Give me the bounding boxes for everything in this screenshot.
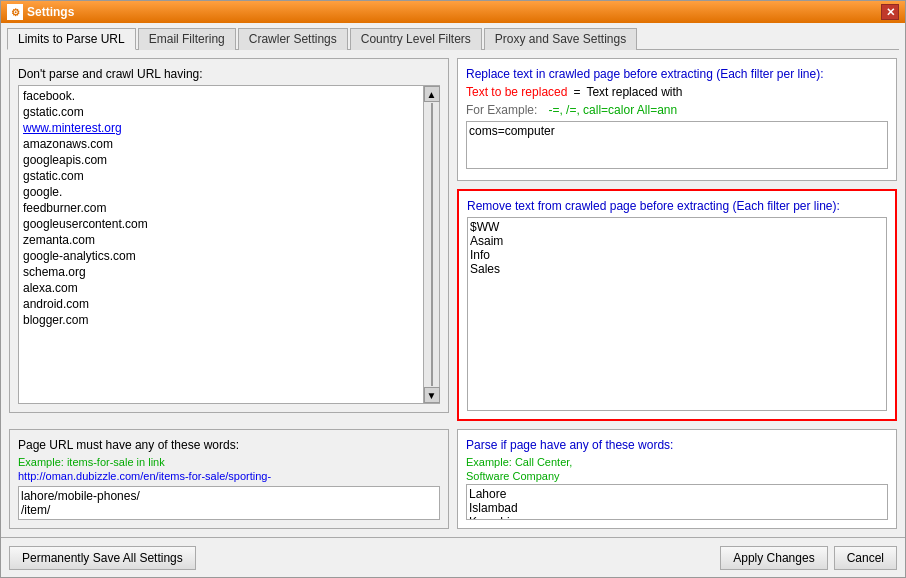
url-list[interactable]: facebook. gstatic.com www.minterest.org … — [19, 86, 423, 403]
lower-left: Page URL must have any of these words: E… — [9, 429, 449, 529]
parse-example2: Software Company — [466, 470, 888, 482]
lower-right: Parse if page have any of these words: E… — [457, 429, 897, 529]
parse-example1: Example: Call Center, — [466, 456, 888, 468]
tab-limits-parse-url[interactable]: Limits to Parse URL — [7, 28, 136, 50]
close-button[interactable]: ✕ — [881, 4, 899, 20]
tab-crawler-settings[interactable]: Crawler Settings — [238, 28, 348, 50]
right-buttons: Apply Changes Cancel — [720, 546, 897, 570]
list-item: blogger.com — [21, 312, 421, 328]
scroll-thumb[interactable] — [431, 103, 433, 386]
parse-input[interactable]: Lahore Islambad Karachi Mobile Phone — [466, 484, 888, 520]
page-url-example1: Example: items-for-sale in link — [18, 456, 440, 468]
list-item: gstatic.com — [21, 168, 421, 184]
tab-proxy-save-settings[interactable]: Proxy and Save Settings — [484, 28, 637, 50]
lower-row: Page URL must have any of these words: E… — [9, 429, 897, 529]
list-item: gstatic.com — [21, 104, 421, 120]
tab-country-level-filters[interactable]: Country Level Filters — [350, 28, 482, 50]
replace-legend: Text to be replaced = Text replaced with — [466, 85, 888, 99]
title-bar: ⚙ Settings ✕ — [1, 1, 905, 23]
page-url-section: Page URL must have any of these words: E… — [9, 429, 449, 529]
save-button-container: Permanently Save All Settings — [9, 546, 196, 570]
list-item: facebook. — [21, 88, 421, 104]
list-item: alexa.com — [21, 280, 421, 296]
dont-parse-label: Don't parse and crawl URL having: — [18, 67, 440, 81]
parse-section: Parse if page have any of these words: E… — [457, 429, 897, 529]
replace-for-example: For Example: — [466, 103, 537, 117]
list-item: googleusercontent.com — [21, 216, 421, 232]
main-content: Don't parse and crawl URL having: facebo… — [1, 50, 905, 537]
bottom-bar: Permanently Save All Settings Apply Chan… — [1, 537, 905, 577]
remove-section: Remove text from crawled page before ext… — [457, 189, 897, 421]
url-list-scrollbar[interactable]: ▲ ▼ — [423, 86, 439, 403]
replace-text-label: Text to be replaced — [466, 85, 567, 99]
save-button[interactable]: Permanently Save All Settings — [9, 546, 196, 570]
replace-equals: = — [573, 85, 580, 99]
remove-header: Remove text from crawled page before ext… — [467, 199, 887, 213]
parse-header: Parse if page have any of these words: — [466, 438, 888, 452]
remove-input[interactable]: $WW Asaim Info Sales — [467, 217, 887, 411]
cancel-button[interactable]: Cancel — [834, 546, 897, 570]
page-url-example2: http://oman.dubizzle.com/en/items-for-sa… — [18, 470, 440, 482]
list-item: google-analytics.com — [21, 248, 421, 264]
replace-example-row: For Example: -=, /=, call=calor All=ann — [466, 103, 888, 117]
list-item: google. — [21, 184, 421, 200]
settings-window: ⚙ Settings ✕ Limits to Parse URL Email F… — [0, 0, 906, 578]
dont-parse-section: Don't parse and crawl URL having: facebo… — [9, 58, 449, 413]
apply-button[interactable]: Apply Changes — [720, 546, 827, 570]
left-panel: Don't parse and crawl URL having: facebo… — [9, 58, 449, 421]
list-item: feedburner.com — [21, 200, 421, 216]
replace-header: Replace text in crawled page before extr… — [466, 67, 888, 81]
app-icon: ⚙ — [7, 4, 23, 20]
scroll-up-arrow[interactable]: ▲ — [424, 86, 440, 102]
list-item: zemanta.com — [21, 232, 421, 248]
window-title: Settings — [27, 5, 881, 19]
list-item: schema.org — [21, 264, 421, 280]
list-item: www.minterest.org — [21, 120, 421, 136]
right-panel: Replace text in crawled page before extr… — [457, 58, 897, 421]
upper-row: Don't parse and crawl URL having: facebo… — [9, 58, 897, 421]
page-url-input[interactable]: lahore/mobile-phones/ /item/ — [18, 486, 440, 520]
list-item: amazonaws.com — [21, 136, 421, 152]
url-list-container: facebook. gstatic.com www.minterest.org … — [18, 85, 440, 404]
scroll-down-arrow[interactable]: ▼ — [424, 387, 440, 403]
replace-input[interactable]: coms=computer — [466, 121, 888, 169]
replace-replaced-label: Text replaced with — [586, 85, 682, 99]
replace-example-values: -=, /=, call=calor All=ann — [548, 103, 677, 117]
replace-section: Replace text in crawled page before extr… — [457, 58, 897, 181]
tab-email-filtering[interactable]: Email Filtering — [138, 28, 236, 50]
list-item: googleapis.com — [21, 152, 421, 168]
tab-bar: Limits to Parse URL Email Filtering Craw… — [1, 23, 905, 49]
page-url-label: Page URL must have any of these words: — [18, 438, 440, 452]
list-item: android.com — [21, 296, 421, 312]
